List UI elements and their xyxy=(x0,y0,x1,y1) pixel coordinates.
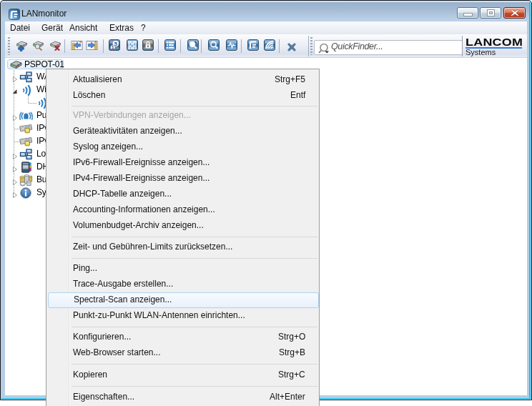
svg-text:1: 1 xyxy=(111,45,114,50)
